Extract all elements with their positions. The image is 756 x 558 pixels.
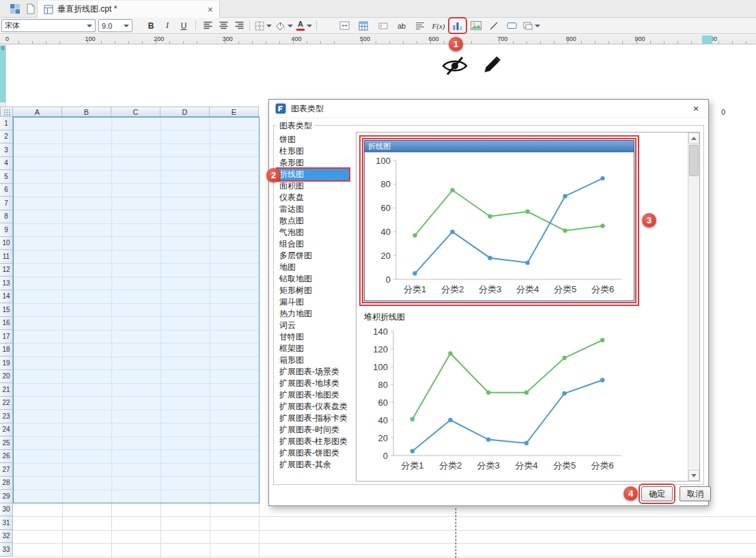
file-icon[interactable] xyxy=(25,3,37,15)
select-all-corner[interactable] xyxy=(0,107,13,117)
row-header[interactable]: 21 xyxy=(0,383,13,397)
chart-type-item[interactable]: 散点图 xyxy=(277,215,306,227)
dialog-title-bar[interactable]: 图表类型 × xyxy=(269,100,708,118)
chart-type-item[interactable]: 扩展图表-场景类 xyxy=(277,366,341,378)
row-header[interactable]: 26 xyxy=(0,450,13,464)
column-header[interactable]: D xyxy=(160,107,210,117)
row-header[interactable]: 1 xyxy=(0,117,13,130)
scroll-up-button[interactable] xyxy=(688,132,699,143)
chart-type-item[interactable]: 雷达图 xyxy=(277,204,306,215)
row-header[interactable]: 18 xyxy=(0,344,13,357)
column-header[interactable]: A xyxy=(13,107,62,117)
row-header[interactable]: 30 xyxy=(0,503,13,517)
chart-type-item[interactable]: 扩展图表-指标卡类 xyxy=(277,413,350,424)
row-header[interactable]: 23 xyxy=(0,410,13,423)
chart-type-item[interactable]: 条形图 xyxy=(277,157,306,169)
column-header[interactable]: B xyxy=(62,107,111,117)
chart-type-item[interactable]: 多层饼图 xyxy=(277,250,314,262)
chart-type-item[interactable]: 矩形树图 xyxy=(277,285,314,296)
align-right-button[interactable] xyxy=(232,19,247,32)
column-header[interactable]: E xyxy=(210,107,259,117)
row-header[interactable]: 4 xyxy=(0,157,13,171)
app-menu-icon[interactable] xyxy=(9,3,21,15)
row-header[interactable]: 2 xyxy=(0,130,13,144)
edit-button[interactable] xyxy=(481,55,502,79)
chart-type-item[interactable]: 框架图 xyxy=(277,343,306,354)
chart-type-item[interactable]: 扩展图表-仪表盘类 xyxy=(277,401,350,413)
row-header[interactable]: 6 xyxy=(0,184,13,197)
chart-type-item[interactable]: 热力地图 xyxy=(277,308,314,320)
text-element-button[interactable]: ab xyxy=(393,19,410,32)
ok-button[interactable]: 确定 xyxy=(641,486,673,501)
row-header[interactable]: 12 xyxy=(0,264,13,277)
insert-float-button[interactable] xyxy=(522,19,542,32)
row-header[interactable]: 15 xyxy=(0,303,13,317)
cell-field-button[interactable] xyxy=(376,19,391,32)
insert-chart-button[interactable] xyxy=(450,19,465,32)
chart-type-item[interactable]: 气泡图 xyxy=(277,227,306,238)
preview-scrollbar[interactable] xyxy=(688,132,699,481)
formula-button[interactable]: F(x) xyxy=(429,19,448,32)
row-header[interactable]: 29 xyxy=(0,490,13,503)
tab-vertical-line-chart[interactable]: 垂直折线图.cpt * × xyxy=(37,1,220,18)
row-header[interactable]: 11 xyxy=(0,250,13,264)
row-header[interactable]: 27 xyxy=(0,463,13,477)
chart-type-item[interactable]: 扩展图表-地图类 xyxy=(277,389,341,401)
font-color-button[interactable]: A xyxy=(295,19,313,32)
chart-type-item[interactable]: 箱形图 xyxy=(277,354,306,366)
scroll-down-button[interactable] xyxy=(688,470,699,481)
row-header[interactable]: 19 xyxy=(0,357,13,370)
chart-type-item[interactable]: 扩展图表-其余 xyxy=(277,459,333,471)
chart-type-item[interactable]: 漏斗图 xyxy=(277,296,306,308)
italic-button[interactable]: I xyxy=(160,19,175,32)
align-center-button[interactable] xyxy=(216,19,231,32)
chart-type-item[interactable]: 面积图 xyxy=(277,180,306,192)
row-header[interactable]: 22 xyxy=(0,397,13,410)
row-header[interactable]: 20 xyxy=(0,370,13,384)
insert-image-button[interactable] xyxy=(468,19,484,32)
chart-type-item[interactable]: 扩展图表-时间类 xyxy=(277,424,341,436)
insert-widget-button[interactable] xyxy=(504,19,519,32)
chart-type-item[interactable]: 甘特图 xyxy=(277,331,306,343)
rich-text-button[interactable] xyxy=(412,19,428,32)
line-chart-preview[interactable]: 折线图 020406080100分类1分类2分类3分类4分类5分类6 xyxy=(364,140,634,301)
row-header[interactable]: 3 xyxy=(0,143,13,157)
selected-cell-range[interactable] xyxy=(13,117,260,503)
dialog-close-button[interactable]: × xyxy=(690,103,702,114)
row-header[interactable]: 31 xyxy=(0,516,13,530)
row-header[interactable]: 28 xyxy=(0,477,13,490)
scrollbar-thumb[interactable] xyxy=(689,145,699,176)
chart-type-item[interactable]: 扩展图表-饼图类 xyxy=(277,447,341,459)
row-header[interactable]: 10 xyxy=(0,237,13,251)
chart-type-item[interactable]: 地图 xyxy=(277,262,298,273)
borders-button[interactable] xyxy=(254,19,272,32)
tab-close-icon[interactable]: × xyxy=(208,5,213,14)
chart-type-item[interactable]: 组合图 xyxy=(277,238,306,250)
row-header[interactable]: 16 xyxy=(0,317,13,331)
chart-type-item[interactable]: 钻取地图 xyxy=(277,273,314,285)
cancel-button[interactable]: 取消 xyxy=(680,486,711,501)
row-header[interactable]: 13 xyxy=(0,277,13,290)
chart-type-item[interactable]: 仪表盘 xyxy=(277,192,306,204)
chart-type-item[interactable]: 柱形图 xyxy=(277,145,306,157)
row-header[interactable]: 8 xyxy=(0,210,13,224)
underline-button[interactable]: U xyxy=(176,19,191,32)
row-header[interactable]: 32 xyxy=(0,530,13,544)
row-header[interactable]: 17 xyxy=(0,330,13,344)
chart-type-item[interactable]: 扩展图表-柱形图类 xyxy=(277,436,350,447)
row-header[interactable]: 7 xyxy=(0,197,13,210)
row-header[interactable]: 5 xyxy=(0,170,13,184)
chart-type-item[interactable]: 饼图 xyxy=(277,134,298,145)
table-grid-button[interactable] xyxy=(355,19,372,32)
row-header[interactable]: 14 xyxy=(0,290,13,304)
font-family-select[interactable]: 宋体 xyxy=(1,19,96,32)
chart-type-item[interactable]: 扩展图表-地球类 xyxy=(277,378,341,389)
hide-preview-button[interactable] xyxy=(441,55,468,79)
font-size-select[interactable]: 9.0 xyxy=(98,19,132,32)
chart-type-item[interactable]: 折线图 xyxy=(277,169,349,180)
align-left-button[interactable] xyxy=(200,19,215,32)
column-header[interactable]: C xyxy=(111,107,160,117)
chart-type-item[interactable]: 词云 xyxy=(277,320,298,331)
bold-button[interactable]: B xyxy=(143,19,158,32)
row-header[interactable]: 24 xyxy=(0,423,13,437)
